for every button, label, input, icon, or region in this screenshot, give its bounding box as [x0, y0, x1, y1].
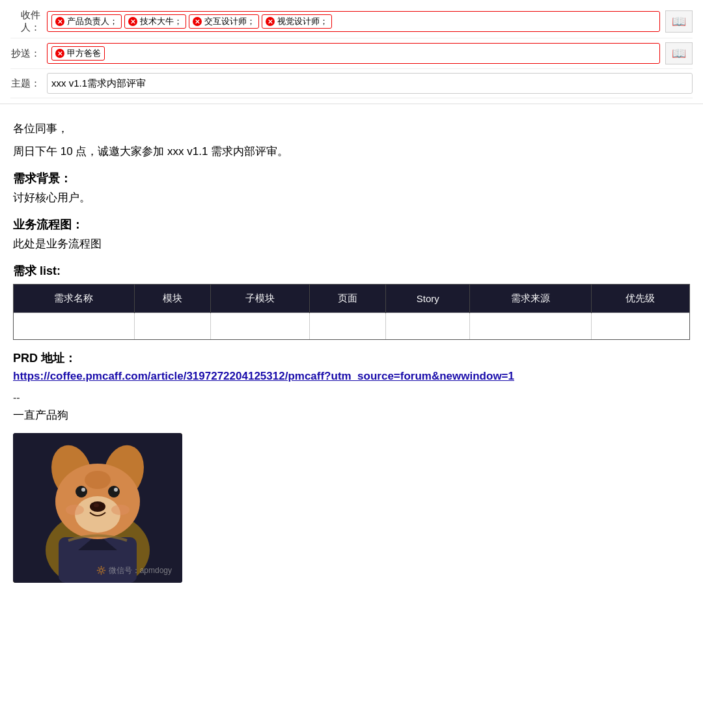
col-header-story: Story — [386, 285, 470, 313]
to-row: 收件人： ✕ 产品负责人； ✕ 技术大牛； ✕ 交互设计师； ✕ 视觉设计师； … — [10, 5, 693, 38]
dog-svg — [13, 433, 182, 583]
watermark-text: 微信号：apmdogy — [109, 565, 172, 576]
tag-client: ✕ 甲方爸爸 — [51, 46, 105, 61]
section3-title: 需求 list: — [13, 263, 690, 279]
cell-page — [310, 313, 386, 339]
col-header-module: 模块 — [134, 285, 210, 313]
divider: -- — [13, 392, 690, 404]
table-row — [14, 313, 689, 339]
col-header-source: 需求来源 — [470, 285, 591, 313]
subject-value: xxx v1.1需求内部评审 — [51, 77, 146, 90]
col-header-name: 需求名称 — [14, 285, 134, 313]
dog-image — [13, 433, 182, 583]
cell-priority — [591, 313, 689, 339]
svg-point-10 — [108, 486, 120, 497]
requirements-table: 需求名称 模块 子模块 页面 Story 需求来源 优先级 — [14, 285, 689, 339]
prd-link[interactable]: https://coffee.pmcaff.com/article/319727… — [13, 370, 690, 383]
cell-submodule — [211, 313, 310, 339]
svg-point-8 — [76, 486, 87, 497]
col-header-submodule: 子模块 — [211, 285, 310, 313]
cc-label: 抄送： — [10, 48, 47, 60]
to-field[interactable]: ✕ 产品负责人； ✕ 技术大牛； ✕ 交互设计师； ✕ 视觉设计师； — [47, 11, 660, 32]
tag-product: ✕ 产品负责人； — [51, 14, 122, 29]
svg-point-13 — [94, 503, 99, 507]
tag-remove-icon[interactable]: ✕ — [266, 17, 275, 26]
tag-tech-label: 技术大牛； — [140, 16, 182, 27]
watermark: 🔆 微信号：apmdogy — [96, 565, 172, 576]
col-header-priority: 优先级 — [591, 285, 689, 313]
tag-visual-label: 视觉设计师； — [277, 16, 328, 27]
svg-point-9 — [81, 488, 85, 492]
invite-text: 周日下午 10 点，诚邀大家参加 xxx v1.1 需求内部评审。 — [13, 143, 690, 161]
to-address-book-button[interactable]: 📖 — [665, 10, 693, 33]
cell-story — [386, 313, 470, 339]
cc-address-book-button[interactable]: 📖 — [665, 42, 693, 64]
section2-title: 业务流程图： — [13, 217, 690, 232]
greeting-text: 各位同事， — [13, 120, 690, 139]
requirements-table-wrapper: 需求名称 模块 子模块 页面 Story 需求来源 优先级 — [13, 284, 690, 340]
watermark-icon: 🔆 — [96, 566, 106, 575]
cell-name — [14, 313, 134, 339]
tag-ux-label: 交互设计师； — [204, 16, 255, 27]
to-label: 收件人： — [10, 9, 47, 34]
table-header-row: 需求名称 模块 子模块 页面 Story 需求来源 优先级 — [14, 285, 689, 313]
svg-point-16 — [85, 471, 111, 489]
svg-point-15 — [111, 505, 130, 515]
section1-content: 讨好核心用户。 — [13, 189, 690, 208]
section2-content: 此处是业务流程图 — [13, 235, 690, 254]
email-header: 收件人： ✕ 产品负责人； ✕ 技术大牛； ✕ 交互设计师； ✕ 视觉设计师； … — [0, 0, 703, 104]
section1-title: 需求背景： — [13, 171, 690, 186]
email-body: 各位同事， 周日下午 10 点，诚邀大家参加 xxx v1.1 需求内部评审。 … — [0, 104, 703, 598]
subject-label: 主题： — [10, 77, 47, 90]
subject-field[interactable]: xxx v1.1需求内部评审 — [47, 73, 693, 94]
tag-remove-icon[interactable]: ✕ — [55, 49, 64, 58]
tag-remove-icon[interactable]: ✕ — [193, 17, 202, 26]
tag-ux: ✕ 交互设计师； — [189, 14, 259, 29]
cc-row: 抄送： ✕ 甲方爸爸 📖 — [10, 38, 693, 69]
subject-row: 主题： xxx v1.1需求内部评审 — [10, 69, 693, 98]
cell-module — [134, 313, 210, 339]
tag-remove-icon[interactable]: ✕ — [55, 17, 64, 26]
prd-section: PRD 地址： https://coffee.pmcaff.com/articl… — [13, 350, 690, 383]
col-header-page: 页面 — [310, 285, 386, 313]
signature: 一直产品狗 — [13, 408, 690, 423]
tag-remove-icon[interactable]: ✕ — [128, 17, 137, 26]
cell-source — [470, 313, 591, 339]
prd-title: PRD 地址： — [13, 350, 690, 366]
tag-product-label: 产品负责人； — [67, 16, 118, 27]
cc-field[interactable]: ✕ 甲方爸爸 — [47, 43, 660, 64]
dog-image-container: 🔆 微信号：apmdogy — [13, 433, 182, 583]
tag-tech: ✕ 技术大牛； — [124, 14, 186, 29]
tag-client-label: 甲方爸爸 — [67, 48, 101, 59]
tag-visual: ✕ 视觉设计师； — [262, 14, 332, 29]
svg-point-11 — [114, 488, 118, 492]
svg-point-14 — [66, 505, 84, 515]
